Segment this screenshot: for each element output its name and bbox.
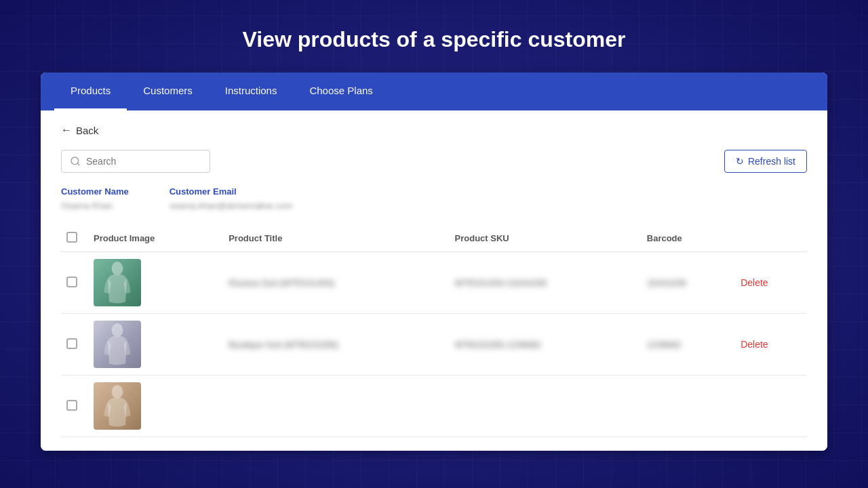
page-title: View products of a specific customer xyxy=(243,27,626,52)
main-card: Products Customers Instructions Choose P… xyxy=(41,73,827,451)
product-barcode-3 xyxy=(642,375,735,437)
product-action-3 xyxy=(735,375,807,437)
nav-item-products[interactable]: Products xyxy=(54,73,127,110)
nav-item-customers[interactable]: Customers xyxy=(127,73,209,110)
nav-item-instructions[interactable]: Instructions xyxy=(209,73,294,110)
row-checkbox-3[interactable] xyxy=(66,400,77,411)
svg-line-1 xyxy=(77,163,79,165)
nav-item-choose-plans[interactable]: Choose Plans xyxy=(293,73,389,110)
product-sku-2: WTB101056-1239082 xyxy=(450,314,642,375)
delete-button-1[interactable]: Delete xyxy=(741,277,768,288)
product-image-cell-3 xyxy=(88,375,223,437)
th-product-sku: Product SKU xyxy=(450,225,642,252)
table-header-row: Product Image Product Title Product SKU … xyxy=(61,225,807,252)
svg-point-3 xyxy=(112,323,123,336)
th-product-image: Product Image xyxy=(88,225,223,252)
search-refresh-row: ↻ Refresh list xyxy=(61,150,807,173)
th-action xyxy=(735,225,807,252)
refresh-label: Refresh list xyxy=(748,156,795,167)
search-icon xyxy=(70,156,81,167)
product-title-1: Rozana Suit (WTR101454) xyxy=(223,252,449,314)
search-input[interactable] xyxy=(86,156,201,167)
product-title-3 xyxy=(223,375,449,437)
product-barcode-2: 1239082 xyxy=(642,314,735,375)
row-checkbox-1[interactable] xyxy=(66,277,77,287)
svg-point-2 xyxy=(112,261,123,274)
product-image-cell-2 xyxy=(88,314,223,375)
customer-name-field: Customer Name Osama Khan xyxy=(61,186,129,211)
back-button[interactable]: ← Back xyxy=(61,124,98,136)
table-row: Rozana Suit (WTR101454)WTR101454-1024103… xyxy=(61,252,807,314)
customer-name-value: Osama Khan xyxy=(61,201,113,211)
product-action-1: Delete xyxy=(735,252,807,314)
row-checkbox-2[interactable] xyxy=(66,338,77,349)
table-row: Boutique Suit (WTB101056)WTB101056-12390… xyxy=(61,314,807,375)
product-title-2: Boutique Suit (WTB101056) xyxy=(223,314,449,375)
table-row xyxy=(61,375,807,437)
delete-button-2[interactable]: Delete xyxy=(741,339,768,350)
product-image-1 xyxy=(94,259,141,306)
header-checkbox[interactable] xyxy=(66,232,77,243)
product-image-3 xyxy=(94,382,141,430)
customer-name-label: Customer Name xyxy=(61,186,129,197)
svg-point-4 xyxy=(112,384,123,398)
product-barcode-1: 10241039 xyxy=(642,252,735,314)
th-checkbox xyxy=(61,225,88,252)
product-action-2: Delete xyxy=(735,314,807,375)
customer-info: Customer Name Osama Khan Customer Email … xyxy=(61,186,807,211)
refresh-button[interactable]: ↻ Refresh list xyxy=(724,150,807,173)
refresh-icon: ↻ xyxy=(736,156,744,167)
customer-email-value: osama.khan@alchemative.com xyxy=(170,201,293,211)
back-arrow-icon: ← xyxy=(61,124,72,136)
back-label: Back xyxy=(76,125,98,136)
product-image-2 xyxy=(94,321,141,368)
product-sku-3 xyxy=(450,375,642,437)
product-image-cell-1 xyxy=(88,252,223,314)
search-box[interactable] xyxy=(61,150,210,173)
nav-bar: Products Customers Instructions Choose P… xyxy=(41,73,827,110)
th-barcode: Barcode xyxy=(642,225,735,252)
th-product-title: Product Title xyxy=(223,225,449,252)
content-area: ← Back ↻ Refresh list Customer Name Osam… xyxy=(41,110,827,451)
customer-email-field: Customer Email osama.khan@alchemative.co… xyxy=(170,186,293,211)
svg-point-0 xyxy=(71,157,79,165)
customer-email-label: Customer Email xyxy=(170,186,293,197)
product-table: Product Image Product Title Product SKU … xyxy=(61,225,807,437)
product-sku-1: WTR101454-10241039 xyxy=(450,252,642,314)
